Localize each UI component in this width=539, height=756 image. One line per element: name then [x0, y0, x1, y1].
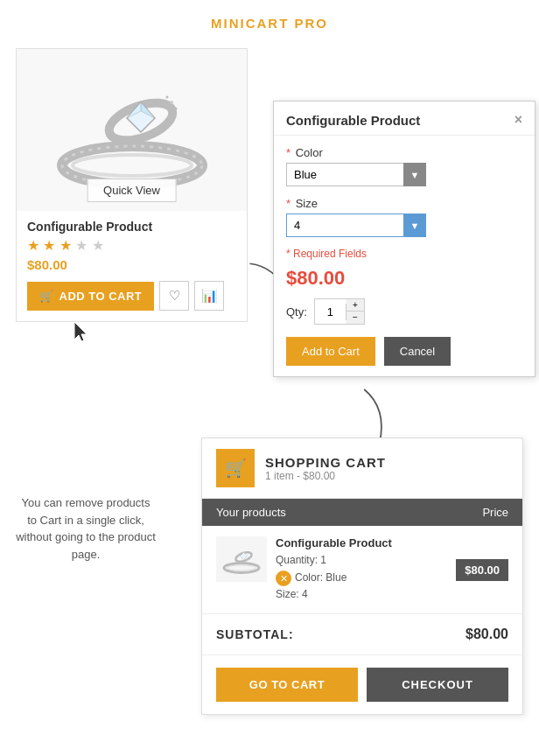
product-image-wrap: Quick View	[17, 49, 247, 211]
cart-price-col-label: Price	[482, 506, 508, 519]
cart-item-details: Configurable Product Quantity: 1 ✕ Color…	[276, 536, 447, 603]
cart-products-col-label: Your products	[216, 506, 286, 519]
color-label: * Color	[286, 146, 522, 159]
product-card: Quick View Configurable Product ★ ★ ★ ★ …	[16, 48, 248, 322]
svg-point-6	[170, 101, 173, 104]
svg-point-1	[73, 155, 192, 176]
svg-point-7	[174, 107, 177, 109]
modal-body: * Color Blue Red Green ▼ * Size 4 5	[274, 136, 535, 376]
cart-item: Configurable Product Quantity: 1 ✕ Color…	[202, 526, 522, 614]
star-2: ★	[43, 238, 55, 253]
color-select[interactable]: Blue Red Green	[286, 163, 426, 186]
cart-item-quantity: Quantity: 1	[276, 552, 447, 569]
go-to-cart-button[interactable]: GO TO CART	[216, 668, 358, 702]
cart-subtotal-row: SUBTOTAL: $80.00	[202, 614, 522, 655]
star-1: ★	[27, 238, 39, 253]
quick-view-button[interactable]: Quick View	[87, 178, 177, 202]
cart-item-name: Configurable Product	[276, 536, 447, 550]
qty-input[interactable]	[315, 304, 346, 320]
qty-wrap: + −	[314, 298, 365, 325]
add-to-cart-label: ADD TO CART	[60, 290, 143, 303]
modal-add-to-cart-button[interactable]: Add to Cart	[286, 337, 375, 366]
size-select[interactable]: 4 5 6 7	[286, 214, 426, 237]
side-description: You can remove products to Cart in a sin…	[16, 494, 156, 563]
qty-label: Qty:	[286, 305, 307, 318]
modal-price: $80.00	[286, 267, 522, 290]
cart-subtotal-label: SUBTOTAL:	[216, 627, 294, 641]
cart-item-image	[216, 536, 267, 582]
star-5: ★	[92, 238, 104, 253]
size-required-star: *	[286, 197, 290, 210]
svg-point-12	[224, 564, 259, 573]
product-info: Configurable Product ★ ★ ★ ★ ★ $80.00	[17, 211, 247, 272]
cart-products-header: Your products Price	[202, 499, 522, 526]
cart-icon-wrap: 🛒	[216, 449, 255, 487]
wishlist-button[interactable]: ♡	[159, 281, 189, 311]
star-3: ★	[60, 238, 72, 253]
cart-title-group: SHOPPING CART 1 item - $80.00	[265, 455, 386, 482]
color-select-wrap: Blue Red Green ▼	[286, 163, 426, 186]
color-label-text: Color	[296, 146, 323, 159]
cart-title: SHOPPING CART	[265, 455, 386, 470]
checkout-button[interactable]: CHECKOUT	[367, 668, 508, 702]
product-price: $80.00	[27, 257, 236, 272]
size-select-wrap: 4 5 6 7 ▼	[286, 214, 426, 237]
size-field: * Size 4 5 6 7 ▼	[286, 197, 522, 237]
qty-buttons: + −	[346, 299, 364, 324]
add-to-cart-button[interactable]: 🛒 ADD TO CART	[27, 282, 154, 311]
cart-item-color-row: ✕ Color: Blue	[276, 569, 447, 586]
color-field: * Color Blue Red Green ▼	[286, 146, 522, 186]
heart-icon: ♡	[169, 288, 180, 304]
cart-footer: GO TO CART CHECKOUT	[202, 655, 522, 714]
modal-header: Configurable Product ×	[274, 102, 535, 136]
qty-decrement-button[interactable]: −	[346, 312, 364, 324]
star-4: ★	[75, 238, 88, 253]
cart-icon: 🛒	[39, 290, 54, 303]
cart-item-price: $80.00	[456, 559, 508, 581]
size-label-text: Size	[296, 197, 318, 210]
shopping-cart-panel: 🛒 SHOPPING CART 1 item - $80.00 Your pro…	[201, 438, 523, 715]
bar-chart-icon: 📊	[201, 288, 218, 304]
modal-cancel-button[interactable]: Cancel	[384, 337, 451, 366]
modal-actions: Add to Cart Cancel	[286, 337, 522, 366]
compare-button[interactable]: 📊	[194, 281, 224, 311]
cart-item-color: Color: Blue	[295, 570, 346, 586]
required-fields-text: * Required Fields	[286, 248, 522, 260]
cart-item-size: Size: 4	[276, 586, 447, 603]
size-label: * Size	[286, 197, 522, 210]
config-modal: Configurable Product × * Color Blue Red …	[273, 101, 536, 377]
cart-subtitle: 1 item - $80.00	[265, 470, 386, 482]
cart-header: 🛒 SHOPPING CART 1 item - $80.00	[202, 438, 522, 499]
product-actions: 🛒 ADD TO CART ♡ 📊	[17, 281, 247, 311]
remove-item-button[interactable]: ✕	[276, 570, 291, 586]
svg-point-13	[227, 565, 256, 570]
qty-increment-button[interactable]: +	[346, 299, 364, 312]
qty-row: Qty: + −	[286, 298, 522, 325]
cursor-pointer	[74, 322, 92, 346]
cart-subtotal-value: $80.00	[466, 626, 508, 642]
cart-item-ring-image	[220, 541, 263, 578]
star-rating: ★ ★ ★ ★ ★	[27, 237, 236, 254]
color-required-star: *	[286, 146, 290, 159]
shopping-cart-icon: 🛒	[225, 458, 247, 479]
svg-point-8	[165, 95, 168, 98]
modal-title: Configurable Product	[286, 113, 420, 128]
page-title: MINICART PRO	[0, 0, 539, 39]
product-name: Configurable Product	[27, 220, 236, 234]
modal-close-button[interactable]: ×	[514, 112, 522, 128]
